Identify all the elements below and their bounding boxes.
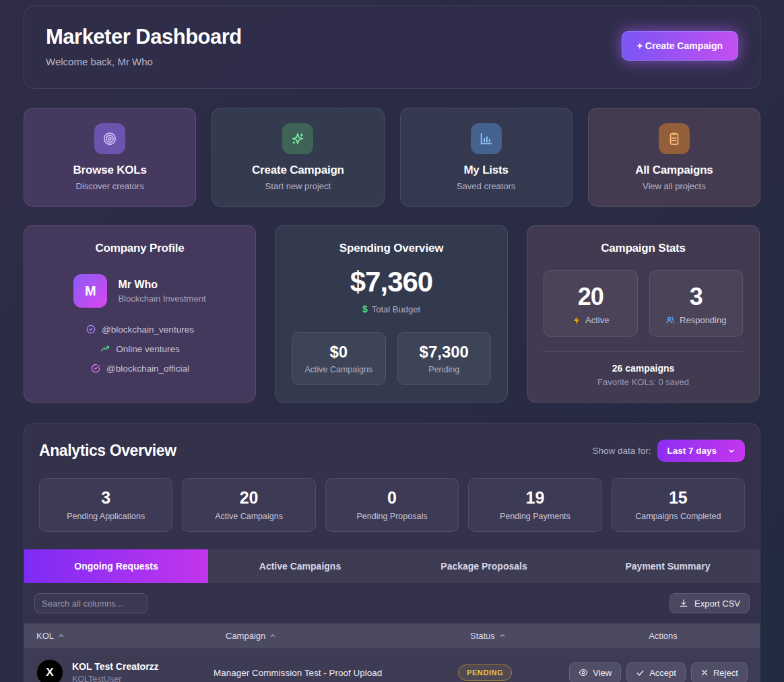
stat-active-campaigns: 20 Active Campaigns — [182, 478, 315, 532]
stat-label: Campaigns Completed — [616, 512, 740, 521]
stat-value: 0 — [330, 488, 454, 508]
profile-link-text: @blockchain_official — [106, 364, 189, 374]
profile-link: Online ventures — [100, 343, 180, 354]
responding-stat-card: 3 Responding — [649, 270, 744, 337]
chevron-down-icon — [727, 447, 736, 455]
stat-value: 20 — [187, 488, 311, 508]
header-text: Marketer Dashboard Welcome back, Mr Who — [46, 25, 242, 67]
clipboard-icon — [659, 123, 690, 154]
quick-card-title: Create Campaign — [252, 164, 344, 177]
column-header-campaign[interactable]: Campaign — [214, 631, 458, 641]
page-title: Marketer Dashboard — [46, 25, 242, 49]
column-header-status[interactable]: Status — [458, 631, 566, 641]
stat-label: Active Campaigns — [187, 512, 311, 521]
quick-card-my-lists[interactable]: My Lists Saved creators — [400, 108, 573, 207]
view-button[interactable]: View — [569, 662, 621, 682]
quick-card-subtitle: View all projects — [643, 181, 706, 191]
kol-handle: KOLTestUser — [72, 675, 159, 682]
table-header-row: KOL Campaign Status Actions — [24, 623, 760, 648]
table-toolbar: Export CSV — [24, 583, 760, 623]
spending-overview-card: Spending Overview $7,360 $ Total Budget … — [275, 225, 508, 403]
responding-label: Responding — [680, 315, 726, 325]
reject-button[interactable]: Reject — [691, 662, 748, 682]
date-range-value: Last 7 days — [667, 446, 717, 456]
accept-label: Accept — [649, 668, 676, 678]
welcome-message: Welcome back, Mr Who — [46, 56, 242, 67]
search-input[interactable] — [34, 593, 148, 613]
analytics-overview-panel: Analytics Overview Show data for: Last 7… — [24, 423, 760, 682]
campaign-stats-subcards: 20 Active 3 Responding — [544, 270, 743, 337]
company-industry: Blockchain Investment — [118, 294, 205, 304]
divider — [544, 351, 743, 352]
total-budget-label: Total Budget — [372, 304, 420, 314]
stat-pending-applications: 3 Pending Applications — [39, 478, 172, 532]
eye-icon — [579, 668, 588, 677]
create-campaign-button[interactable]: + Create Campaign — [622, 31, 738, 61]
info-cards-row: Company Profile M Mr Who Blockchain Inve… — [24, 225, 760, 403]
column-label: Status — [470, 631, 495, 641]
stat-label: Pending Applications — [44, 512, 168, 521]
quick-card-title: My Lists — [463, 164, 508, 177]
x-icon — [700, 669, 709, 677]
column-label: KOL — [36, 631, 54, 641]
tab-ongoing-requests[interactable]: Ongoing Requests — [24, 549, 208, 583]
zap-icon — [572, 316, 581, 325]
export-csv-label: Export CSV — [694, 599, 740, 609]
sort-chevron-icon — [58, 632, 65, 639]
status-badge: PENDING — [458, 664, 512, 681]
trending-up-icon — [100, 343, 110, 354]
sparkles-icon — [282, 123, 313, 154]
date-range-select[interactable]: Last 7 days — [657, 440, 745, 462]
total-budget-value: $7,360 — [292, 266, 491, 298]
analytics-header: Analytics Overview Show data for: Last 7… — [24, 423, 760, 465]
active-spend-value: $0 — [298, 343, 380, 362]
dollar-icon: $ — [362, 304, 368, 314]
quick-card-title: Browse KOLs — [73, 164, 146, 177]
x-twitter-logo-avatar: X — [36, 659, 63, 682]
quick-card-subtitle: Start new project — [265, 181, 331, 191]
total-campaigns-text: 26 campaigns — [544, 363, 743, 374]
tab-payment-summary[interactable]: Payment Summary — [576, 549, 760, 583]
stat-label: Pending Proposals — [330, 512, 454, 521]
quick-actions-row: Browse KOLs Discover creators Create Cam… — [24, 108, 760, 207]
target-icon — [94, 123, 125, 154]
stat-pending-proposals: 0 Pending Proposals — [325, 478, 459, 532]
sort-chevron-icon — [269, 632, 276, 639]
company-profile-title: Company Profile — [40, 242, 239, 255]
column-header-kol[interactable]: KOL — [24, 631, 214, 641]
active-spend-label: Active Campaigns — [298, 365, 380, 374]
check-icon — [636, 669, 645, 677]
date-range-control: Show data for: Last 7 days — [592, 440, 745, 462]
quick-card-create-campaign[interactable]: Create Campaign Start new project — [211, 108, 384, 207]
spending-subcards: $0 Active Campaigns $7,300 Pending — [292, 332, 491, 385]
company-profile-card: Company Profile M Mr Who Blockchain Inve… — [24, 225, 256, 403]
stat-campaigns-completed: 15 Campaigns Completed — [612, 478, 745, 532]
stat-value: 19 — [473, 488, 597, 508]
column-header-actions: Actions — [566, 631, 760, 641]
profile-main: M Mr Who Blockchain Investment — [40, 274, 239, 308]
actions-cell: View Accept Reject — [566, 662, 760, 682]
profile-link: @blockchain_ventures — [86, 324, 194, 335]
responding-count: 3 — [655, 283, 738, 311]
tab-package-proposals[interactable]: Package Proposals — [392, 549, 576, 583]
analytics-stats-row: 3 Pending Applications 20 Active Campaig… — [24, 465, 760, 549]
company-name: Mr Who — [118, 279, 205, 291]
stat-value: 15 — [616, 488, 740, 508]
quick-card-all-campaigns[interactable]: All Campaigns View all projects — [588, 108, 760, 207]
pending-spend-card: $7,300 Pending — [397, 332, 492, 385]
show-data-for-label: Show data for: — [592, 446, 651, 456]
status-cell: PENDING — [458, 664, 566, 681]
accept-button[interactable]: Accept — [626, 662, 686, 682]
stat-value: 3 — [44, 488, 168, 508]
pending-spend-value: $7,300 — [403, 343, 486, 362]
tab-active-campaigns[interactable]: Active Campaigns — [208, 549, 392, 583]
bar-chart-icon — [471, 123, 502, 154]
table-row: X KOL Test Creatorzz KOLTestUser Manager… — [24, 648, 760, 682]
campaign-stats-title: Campaign Stats — [544, 242, 743, 255]
export-csv-button[interactable]: Export CSV — [669, 593, 750, 613]
quick-card-browse-kols[interactable]: Browse KOLs Discover creators — [24, 108, 196, 207]
dashboard-header: Marketer Dashboard Welcome back, Mr Who … — [24, 5, 760, 89]
users-icon — [665, 315, 676, 325]
check-circle-icon — [90, 363, 101, 374]
profile-links: @blockchain_ventures Online ventures @bl… — [40, 324, 239, 374]
